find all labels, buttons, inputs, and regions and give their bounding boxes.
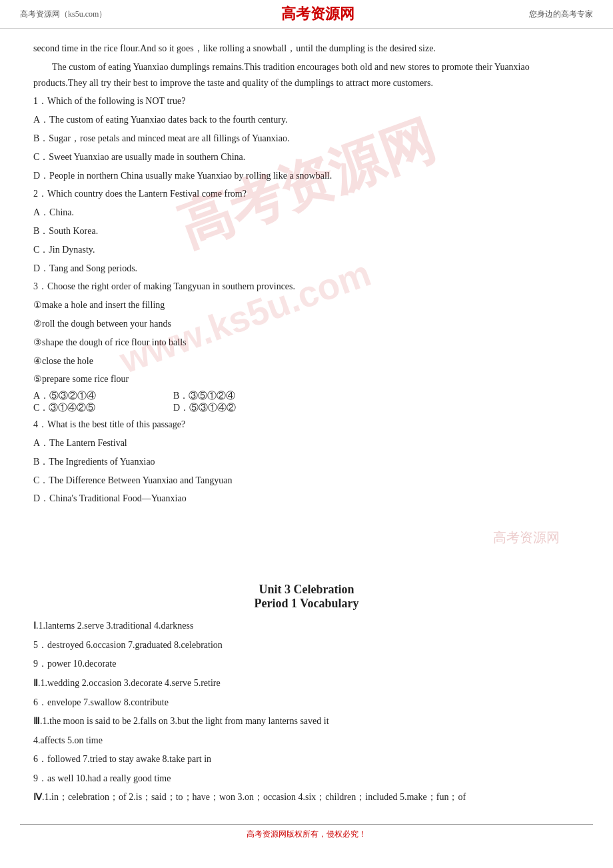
vocab-section2: Ⅱ.1.wedding 2.occasion 3.decorate 4.serv…	[33, 675, 580, 693]
q1-optA: A．The custom of eating Yuanxiao dates ba…	[33, 112, 580, 128]
q4-optC: C．The Difference Between Yuanxiao and Ta…	[33, 473, 580, 489]
q1-stem: 1．Which of the following is NOT true?	[33, 93, 580, 109]
q3-step5: ⑤prepare some rice flour	[33, 371, 580, 387]
q1-optC: C．Sweet Yuanxiao are usually made in sou…	[33, 149, 580, 165]
intro-para-2: The custom of eating Yuanxiao dumplings …	[33, 59, 580, 91]
header-left-text: 高考资源网（ks5u.com）	[20, 9, 107, 20]
q2-optA: A．China.	[33, 205, 580, 221]
vocab-s1-line3: 9．power 10.decorate	[33, 655, 580, 673]
spacer	[33, 509, 580, 563]
vocab-section: Ⅰ.1.lanterns 2.serve 3.traditional 4.dar…	[33, 617, 580, 807]
q3-step3: ③shape the dough of rice flour into ball…	[33, 335, 580, 351]
intro-para-1: second time in the rice flour.And so it …	[33, 41, 580, 57]
question-2: 2．Which country does the Lantern Festiva…	[33, 186, 580, 276]
footer-divider	[20, 824, 593, 825]
vocab-section4: Ⅳ.1.in；celebration；of 2.is；said；to；have；…	[33, 789, 580, 807]
header-right-text: 您身边的高考专家	[529, 9, 593, 20]
page-header: 高考资源网（ks5u.com） 高考资源网 您身边的高考专家	[0, 0, 613, 29]
q3-step2: ②roll the dough between your hands	[33, 316, 580, 332]
q3-step1: ①make a hole and insert the filling	[33, 297, 580, 313]
vocab-s3-line4: 9．as well 10.had a really good time	[33, 770, 580, 788]
q3-optD: D．⑤③①④②	[173, 402, 273, 414]
vocab-s4-label: Ⅳ	[33, 792, 42, 802]
question-1: 1．Which of the following is NOT true? A．…	[33, 93, 580, 183]
footer-text: 高考资源网版权所有，侵权必究！	[0, 829, 613, 845]
q3-optA: A．⑤③②①④	[33, 390, 133, 402]
q4-stem: 4．What is the best title of this passage…	[33, 417, 580, 433]
q3-stem: 3．Choose the right order of making Tangy…	[33, 279, 580, 295]
q4-optD: D．China's Traditional Food—Yuanxiao	[33, 491, 580, 507]
vocab-s2-line2: 6．envelope 7.swallow 8.contribute	[33, 694, 580, 712]
vocab-s2-label: Ⅱ	[33, 678, 38, 688]
header-center-logo: 高考资源网	[281, 4, 354, 24]
vocab-s3-label: Ⅲ	[33, 716, 40, 726]
question-3: 3．Choose the right order of making Tangy…	[33, 279, 580, 414]
q3-optB: B．③⑤①②④	[173, 390, 273, 402]
q3-number: 3．	[33, 281, 47, 291]
vocab-section3: Ⅲ.1.the moon is said to be 2.falls on 3.…	[33, 713, 580, 731]
vocab-s3-line2: 4.affects 5.on time	[33, 732, 580, 750]
vocab-section1: Ⅰ.1.lanterns 2.serve 3.traditional 4.dar…	[33, 617, 580, 635]
q1-optB: B．Sugar，rose petals and minced meat are …	[33, 131, 580, 147]
q2-number: 2．	[33, 189, 47, 199]
q2-stem: 2．Which country does the Lantern Festiva…	[33, 186, 580, 202]
q3-optC: C．③①④②⑤	[33, 402, 133, 414]
q3-options-row2: C．③①④②⑤ D．⑤③①④②	[33, 402, 580, 414]
q4-optA: A．The Lantern Festival	[33, 435, 580, 451]
q2-optD: D．Tang and Song periods.	[33, 261, 580, 277]
q4-number: 4．	[33, 419, 47, 429]
q3-options: A．⑤③②①④ B．③⑤①②④	[33, 390, 580, 402]
vocab-s1-line2: 5．destroyed 6.occasion 7.graduated 8.cel…	[33, 637, 580, 655]
vocab-s3-line3: 6．followed 7.tried to stay awake 8.take …	[33, 751, 580, 769]
q4-optB: B．The Ingredients of Yuanxiao	[33, 454, 580, 470]
q1-optD: D．People in northern China usually make …	[33, 168, 580, 184]
question-4: 4．What is the best title of this passage…	[33, 417, 580, 507]
main-content: 高考资源网 www.ks5u.com 高考资源网 second time in …	[0, 29, 613, 815]
q1-number: 1．	[33, 96, 47, 106]
q2-optB: B．South Korea.	[33, 223, 580, 239]
q2-optC: C．Jin Dynasty.	[33, 242, 580, 258]
q3-step4: ④close the hole	[33, 353, 580, 369]
unit-title: Unit 3 Celebration Period 1 Vocabulary	[33, 583, 580, 611]
